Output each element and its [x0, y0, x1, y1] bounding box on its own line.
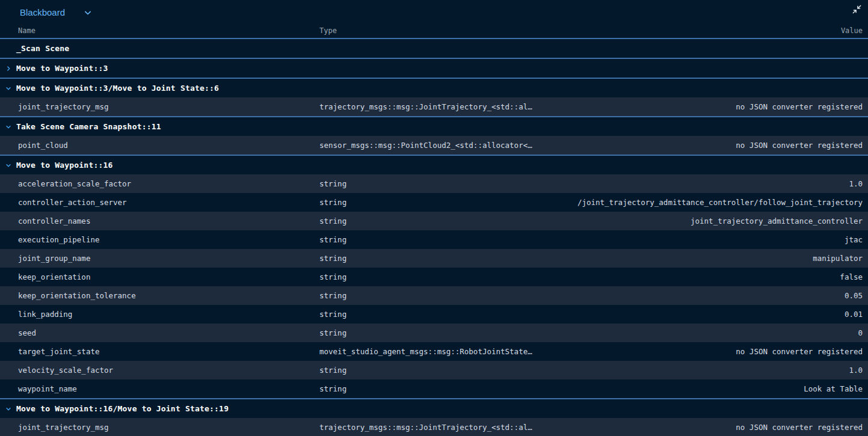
entry-value: /joint_trajectory_admittance_controller/… [577, 193, 863, 212]
blackboard-entry-row: link_padding string 0.01 [0, 305, 868, 324]
blackboard-entry-row: joint_trajectory_msg trajectory_msgs::ms… [0, 418, 868, 436]
entry-value: 0.05 [845, 286, 863, 305]
blackboard-entry-row: controller_action_server string /joint_t… [0, 193, 868, 212]
column-header-name: Name [18, 26, 35, 35]
entry-value: jtac [845, 230, 863, 249]
entry-name: seed [18, 324, 36, 342]
blackboard-entry-row: target_joint_state moveit_studio_agent_m… [0, 342, 868, 361]
section-header-3[interactable]: Take Scene Camera Snapshot::11 [0, 116, 868, 136]
blackboard-entry-row: point_cloud sensor_msgs::msg::PointCloud… [0, 136, 868, 155]
section-label: Move to Waypoint::16/Move to Joint State… [16, 399, 229, 418]
section-expand-chevron-icon[interactable] [4, 161, 13, 170]
entry-value: 0.01 [845, 305, 863, 324]
entry-type: string [319, 379, 346, 398]
entry-value: 1.0 [849, 174, 863, 193]
blackboard-topbar: Blackboard [0, 0, 868, 25]
entry-value: no JSON converter registered [736, 136, 863, 155]
entry-value: Look at Table [804, 379, 863, 398]
entry-value: joint_trajectory_admittance_controller [691, 212, 863, 230]
section-label: Take Scene Camera Snapshot::11 [16, 117, 161, 136]
entry-type: string [319, 324, 346, 342]
entry-name: controller_action_server [18, 193, 127, 212]
section-label: Move to Waypoint::3/Move to Joint State:… [16, 79, 219, 97]
section-rows-5: joint_trajectory_msg trajectory_msgs::ms… [0, 418, 868, 436]
entry-name: joint_trajectory_msg [18, 97, 109, 116]
section-rows-4: acceleration_scale_factor string 1.0 con… [0, 174, 868, 398]
blackboard-entry-row: keep_orientation string false [0, 268, 868, 286]
section-header-0[interactable]: _Scan Scene [0, 38, 868, 58]
entry-type: string [319, 230, 346, 249]
entry-value: no JSON converter registered [736, 418, 863, 436]
blackboard-entry-row: execution_pipeline string jtac [0, 230, 868, 249]
chevron-down-icon [82, 7, 94, 19]
blackboard-table-body: _Scan Scene Move to Waypoint::3 Move to … [0, 38, 868, 436]
section-expand-chevron-icon[interactable] [4, 84, 13, 93]
blackboard-entry-row: joint_group_name string manipulator [0, 249, 868, 268]
entry-name: joint_trajectory_msg [18, 418, 109, 436]
section-rows-3: point_cloud sensor_msgs::msg::PointCloud… [0, 136, 868, 155]
entry-name: acceleration_scale_factor [18, 174, 131, 193]
section-label: Move to Waypoint::3 [16, 59, 108, 78]
entry-name: point_cloud [18, 136, 68, 155]
entry-name: link_padding [18, 305, 72, 324]
entry-type: trajectory_msgs::msg::JointTrajectory_<s… [319, 418, 532, 436]
column-header-value: Value [841, 26, 863, 35]
blackboard-entry-row: controller_names string joint_trajectory… [0, 212, 868, 230]
entry-type: string [319, 305, 346, 324]
section-expand-chevron-icon[interactable] [4, 64, 13, 73]
entry-type: string [319, 361, 346, 379]
entry-type: moveit_studio_agent_msgs::msg::RobotJoin… [319, 342, 532, 361]
entry-value: 0 [858, 324, 863, 342]
section-header-2[interactable]: Move to Waypoint::3/Move to Joint State:… [0, 78, 868, 97]
section-header-1[interactable]: Move to Waypoint::3 [0, 58, 868, 78]
entry-type: string [319, 212, 346, 230]
entry-value: no JSON converter registered [736, 342, 863, 361]
entry-type: string [319, 268, 346, 286]
close-fullscreen-icon[interactable] [851, 3, 863, 15]
section-label: _Scan Scene [16, 39, 69, 58]
table-column-header: Name Type Value [0, 25, 868, 38]
entry-type: sensor_msgs::msg::PointCloud2_<std::allo… [319, 136, 532, 155]
blackboard-entry-row: velocity_scale_factor string 1.0 [0, 361, 868, 379]
section-label: Move to Waypoint::16 [16, 156, 113, 174]
entry-type: string [319, 193, 346, 212]
entry-value: no JSON converter registered [736, 97, 863, 116]
entry-value: false [840, 268, 863, 286]
entry-name: velocity_scale_factor [18, 361, 113, 379]
entry-name: controller_names [18, 212, 90, 230]
entry-type: string [319, 249, 346, 268]
section-expand-chevron-icon[interactable] [4, 123, 13, 131]
blackboard-entry-row: seed string 0 [0, 324, 868, 342]
blackboard-entry-row: keep_orientation_tolerance string 0.05 [0, 286, 868, 305]
blackboard-view-select[interactable]: Blackboard [20, 7, 94, 19]
entry-value: 1.0 [849, 361, 863, 379]
entry-name: joint_group_name [18, 249, 90, 268]
entry-name: keep_orientation_tolerance [18, 286, 136, 305]
entry-value: manipulator [813, 249, 863, 268]
entry-type: string [319, 174, 346, 193]
entry-type: trajectory_msgs::msg::JointTrajectory_<s… [319, 97, 532, 116]
section-header-5[interactable]: Move to Waypoint::16/Move to Joint State… [0, 398, 868, 418]
blackboard-entry-row: waypoint_name string Look at Table [0, 379, 868, 398]
entry-name: execution_pipeline [18, 230, 99, 249]
entry-name: keep_orientation [18, 268, 90, 286]
blackboard-view-select-label: Blackboard [20, 7, 65, 17]
blackboard-entry-row: acceleration_scale_factor string 1.0 [0, 174, 868, 193]
entry-name: waypoint_name [18, 379, 77, 398]
column-header-type: Type [319, 26, 337, 35]
blackboard-entry-row: joint_trajectory_msg trajectory_msgs::ms… [0, 97, 868, 116]
entry-type: string [319, 286, 346, 305]
section-rows-2: joint_trajectory_msg trajectory_msgs::ms… [0, 97, 868, 116]
section-expand-chevron-icon[interactable] [4, 405, 13, 413]
entry-name: target_joint_state [18, 342, 99, 361]
section-header-4[interactable]: Move to Waypoint::16 [0, 155, 868, 174]
